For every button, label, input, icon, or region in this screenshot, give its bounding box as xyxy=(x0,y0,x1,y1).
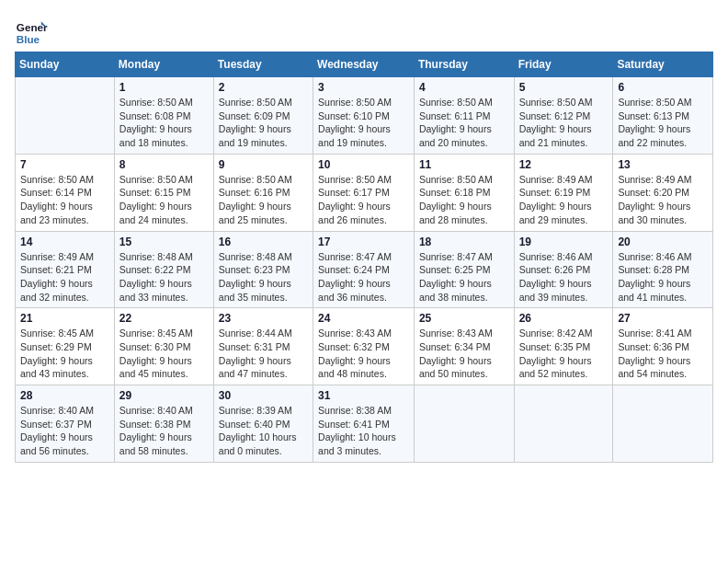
calendar-cell-0-2: 2 Sunrise: 8:50 AM Sunset: 6:09 PM Dayli… xyxy=(213,77,313,155)
sunset-text: Sunset: 6:19 PM xyxy=(519,187,591,198)
day-number: 14 xyxy=(20,236,109,248)
day-number: 22 xyxy=(119,312,209,325)
day-number: 12 xyxy=(519,158,609,171)
sunrise-text: Sunrise: 8:39 AM xyxy=(219,405,292,416)
calendar-table: Sunday Monday Tuesday Wednesday Thursday… xyxy=(15,52,713,463)
calendar-cell-4-0: 28 Sunrise: 8:40 AM Sunset: 6:37 PM Dayl… xyxy=(16,385,115,463)
sunrise-text: Sunrise: 8:47 AM xyxy=(318,251,392,262)
day-number: 3 xyxy=(318,81,409,94)
daylight-text: Daylight: 9 hours and 54 minutes. xyxy=(618,355,690,380)
sunrise-text: Sunrise: 8:50 AM xyxy=(318,97,392,108)
svg-text:Blue: Blue xyxy=(17,33,40,45)
daylight-text: Daylight: 9 hours and 43 minutes. xyxy=(20,355,93,380)
daylight-text: Daylight: 9 hours and 35 minutes. xyxy=(219,278,291,303)
sunrise-text: Sunrise: 8:44 AM xyxy=(219,327,292,339)
sunset-text: Sunset: 6:41 PM xyxy=(318,419,390,430)
calendar-cell-1-3: 10 Sunrise: 8:50 AM Sunset: 6:17 PM Dayl… xyxy=(313,154,415,231)
calendar-cell-0-5: 5 Sunrise: 8:50 AM Sunset: 6:12 PM Dayli… xyxy=(514,77,613,155)
daylight-text: Daylight: 9 hours and 29 minutes. xyxy=(519,201,592,225)
sunset-text: Sunset: 6:08 PM xyxy=(119,110,191,121)
calendar-cell-3-4: 25 Sunrise: 8:43 AM Sunset: 6:34 PM Dayl… xyxy=(414,308,514,385)
day-number: 28 xyxy=(20,389,109,402)
page-header: General Blue xyxy=(15,15,713,48)
sunset-text: Sunset: 6:16 PM xyxy=(219,187,290,198)
calendar-cell-3-3: 24 Sunrise: 8:43 AM Sunset: 6:32 PM Dayl… xyxy=(313,308,415,385)
daylight-text: Daylight: 9 hours and 30 minutes. xyxy=(618,201,690,225)
daylight-text: Daylight: 9 hours and 38 minutes. xyxy=(419,278,492,303)
sunset-text: Sunset: 6:11 PM xyxy=(419,110,491,121)
sunrise-text: Sunrise: 8:50 AM xyxy=(219,97,292,108)
sunrise-text: Sunrise: 8:43 AM xyxy=(419,327,493,339)
calendar-cell-3-0: 21 Sunrise: 8:45 AM Sunset: 6:29 PM Dayl… xyxy=(16,308,115,385)
calendar-cell-3-2: 23 Sunrise: 8:44 AM Sunset: 6:31 PM Dayl… xyxy=(213,308,313,385)
header-wednesday: Wednesday xyxy=(313,52,415,77)
calendar-cell-0-3: 3 Sunrise: 8:50 AM Sunset: 6:10 PM Dayli… xyxy=(313,77,415,155)
day-number: 6 xyxy=(618,81,708,94)
sunrise-text: Sunrise: 8:46 AM xyxy=(519,251,593,262)
sunset-text: Sunset: 6:10 PM xyxy=(318,110,390,121)
calendar-cell-3-1: 22 Sunrise: 8:45 AM Sunset: 6:30 PM Dayl… xyxy=(114,308,213,385)
day-number: 8 xyxy=(119,158,209,171)
day-number: 1 xyxy=(119,81,209,94)
sunset-text: Sunset: 6:36 PM xyxy=(618,341,689,352)
header-thursday: Thursday xyxy=(414,52,514,77)
day-number: 25 xyxy=(419,312,509,325)
calendar-cell-2-6: 20 Sunrise: 8:46 AM Sunset: 6:28 PM Dayl… xyxy=(613,231,713,308)
week-row-0: 1 Sunrise: 8:50 AM Sunset: 6:08 PM Dayli… xyxy=(16,77,713,155)
sunrise-text: Sunrise: 8:49 AM xyxy=(20,251,94,262)
sunrise-text: Sunrise: 8:47 AM xyxy=(419,251,493,262)
day-number: 13 xyxy=(618,158,708,171)
sunrise-text: Sunrise: 8:50 AM xyxy=(20,174,94,185)
day-number: 27 xyxy=(618,312,708,325)
daylight-text: Daylight: 9 hours and 25 minutes. xyxy=(219,201,291,225)
daylight-text: Daylight: 9 hours and 19 minutes. xyxy=(219,123,291,148)
sunrise-text: Sunrise: 8:50 AM xyxy=(318,174,392,185)
daylight-text: Daylight: 9 hours and 28 minutes. xyxy=(419,201,492,225)
sunset-text: Sunset: 6:20 PM xyxy=(618,187,689,198)
sunrise-text: Sunrise: 8:50 AM xyxy=(419,97,493,108)
daylight-text: Daylight: 9 hours and 47 minutes. xyxy=(219,355,291,380)
calendar-cell-4-2: 30 Sunrise: 8:39 AM Sunset: 6:40 PM Dayl… xyxy=(213,385,313,463)
day-number: 16 xyxy=(219,236,308,248)
calendar-cell-2-5: 19 Sunrise: 8:46 AM Sunset: 6:26 PM Dayl… xyxy=(514,231,613,308)
calendar-cell-1-0: 7 Sunrise: 8:50 AM Sunset: 6:14 PM Dayli… xyxy=(16,154,115,231)
logo-icon: General Blue xyxy=(15,15,48,48)
sunrise-text: Sunrise: 8:43 AM xyxy=(318,327,392,339)
day-number: 26 xyxy=(519,312,609,325)
day-number: 19 xyxy=(519,236,609,248)
daylight-text: Daylight: 9 hours and 39 minutes. xyxy=(519,278,592,303)
calendar-cell-1-2: 9 Sunrise: 8:50 AM Sunset: 6:16 PM Dayli… xyxy=(213,154,313,231)
daylight-text: Daylight: 9 hours and 48 minutes. xyxy=(318,355,391,380)
day-number: 18 xyxy=(419,236,509,248)
calendar-cell-2-1: 15 Sunrise: 8:48 AM Sunset: 6:22 PM Dayl… xyxy=(114,231,213,308)
daylight-text: Daylight: 9 hours and 26 minutes. xyxy=(318,201,391,225)
sunrise-text: Sunrise: 8:40 AM xyxy=(119,405,193,416)
sunrise-text: Sunrise: 8:50 AM xyxy=(119,174,193,185)
daylight-text: Daylight: 9 hours and 52 minutes. xyxy=(519,355,592,380)
daylight-text: Daylight: 9 hours and 33 minutes. xyxy=(119,278,192,303)
calendar-cell-1-6: 13 Sunrise: 8:49 AM Sunset: 6:20 PM Dayl… xyxy=(613,154,713,231)
daylight-text: Daylight: 9 hours and 20 minutes. xyxy=(419,123,492,148)
header-monday: Monday xyxy=(114,52,213,77)
calendar-cell-0-6: 6 Sunrise: 8:50 AM Sunset: 6:13 PM Dayli… xyxy=(613,77,713,155)
sunset-text: Sunset: 6:25 PM xyxy=(419,264,491,275)
sunset-text: Sunset: 6:18 PM xyxy=(419,187,491,198)
day-number: 29 xyxy=(119,389,209,402)
calendar-cell-2-2: 16 Sunrise: 8:48 AM Sunset: 6:23 PM Dayl… xyxy=(213,231,313,308)
sunrise-text: Sunrise: 8:38 AM xyxy=(318,405,392,416)
calendar-cell-0-0 xyxy=(16,77,115,155)
daylight-text: Daylight: 9 hours and 24 minutes. xyxy=(119,201,192,225)
daylight-text: Daylight: 9 hours and 18 minutes. xyxy=(119,123,192,148)
sunset-text: Sunset: 6:35 PM xyxy=(519,341,591,352)
day-number: 2 xyxy=(219,81,308,94)
day-number: 30 xyxy=(219,389,308,402)
daylight-text: Daylight: 9 hours and 19 minutes. xyxy=(318,123,391,148)
sunrise-text: Sunrise: 8:46 AM xyxy=(618,251,691,262)
daylight-text: Daylight: 9 hours and 41 minutes. xyxy=(618,278,690,303)
sunset-text: Sunset: 6:34 PM xyxy=(419,341,491,352)
sunrise-text: Sunrise: 8:41 AM xyxy=(618,327,691,339)
sunset-text: Sunset: 6:29 PM xyxy=(20,341,92,352)
sunset-text: Sunset: 6:32 PM xyxy=(318,341,390,352)
daylight-text: Daylight: 9 hours and 21 minutes. xyxy=(519,123,592,148)
calendar-cell-4-3: 31 Sunrise: 8:38 AM Sunset: 6:41 PM Dayl… xyxy=(313,385,415,463)
